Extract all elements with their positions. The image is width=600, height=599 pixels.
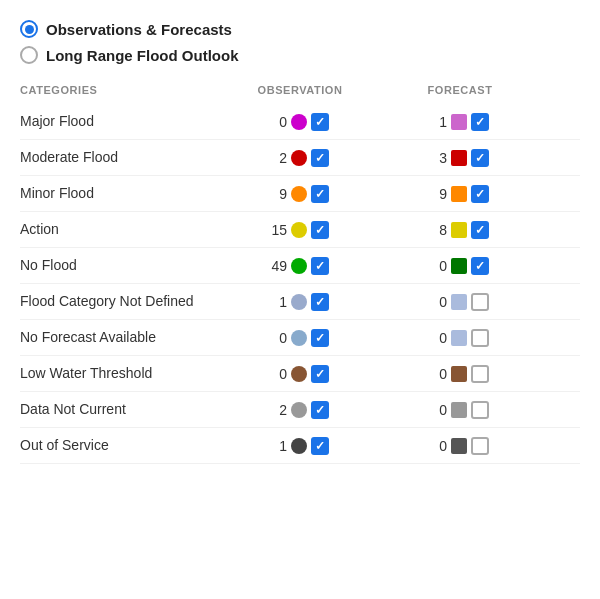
obs-color-indicator	[291, 186, 307, 202]
forecast-checkbox[interactable]	[471, 113, 489, 131]
forecast-checkbox[interactable]	[471, 365, 489, 383]
forecast-checkbox[interactable]	[471, 149, 489, 167]
obs-checkbox[interactable]	[311, 149, 329, 167]
obs-color-indicator	[291, 438, 307, 454]
radio-observations-indicator	[20, 20, 38, 38]
category-label: Out of Service	[20, 436, 220, 454]
forecast-cell: 0	[380, 329, 540, 347]
obs-cell: 1	[220, 437, 380, 455]
table-row: No Flood490	[20, 248, 580, 284]
table-row: Data Not Current20	[20, 392, 580, 428]
obs-cell: 15	[220, 221, 380, 239]
radio-group: Observations & Forecasts Long Range Floo…	[20, 20, 580, 64]
forecast-count: 0	[431, 258, 447, 274]
obs-count: 15	[271, 222, 287, 238]
table-header: CATEGORIES OBSERVATION FORECAST	[20, 80, 580, 100]
obs-color-indicator	[291, 114, 307, 130]
obs-cell: 0	[220, 113, 380, 131]
obs-count: 1	[271, 294, 287, 310]
forecast-color-indicator	[451, 294, 467, 310]
category-label: Major Flood	[20, 112, 220, 130]
table-row: Major Flood01	[20, 104, 580, 140]
obs-cell: 9	[220, 185, 380, 203]
obs-cell: 2	[220, 149, 380, 167]
forecast-count: 1	[431, 114, 447, 130]
forecast-cell: 0	[380, 401, 540, 419]
obs-count: 0	[271, 366, 287, 382]
table-row: Flood Category Not Defined10	[20, 284, 580, 320]
obs-cell: 1	[220, 293, 380, 311]
category-label: Action	[20, 220, 220, 238]
obs-count: 49	[271, 258, 287, 274]
radio-long-range-indicator	[20, 46, 38, 64]
radio-observations[interactable]: Observations & Forecasts	[20, 20, 580, 38]
obs-checkbox[interactable]	[311, 257, 329, 275]
radio-observations-label: Observations & Forecasts	[46, 21, 232, 38]
col-header-categories: CATEGORIES	[20, 84, 220, 96]
category-label: Minor Flood	[20, 184, 220, 202]
table-row: Moderate Flood23	[20, 140, 580, 176]
obs-checkbox[interactable]	[311, 293, 329, 311]
radio-long-range-label: Long Range Flood Outlook	[46, 47, 238, 64]
obs-color-indicator	[291, 150, 307, 166]
forecast-count: 0	[431, 366, 447, 382]
obs-checkbox[interactable]	[311, 401, 329, 419]
forecast-color-indicator	[451, 186, 467, 202]
obs-count: 2	[271, 402, 287, 418]
forecast-cell: 9	[380, 185, 540, 203]
obs-cell: 49	[220, 257, 380, 275]
obs-count: 0	[271, 330, 287, 346]
category-label: Moderate Flood	[20, 148, 220, 166]
table-row: Minor Flood99	[20, 176, 580, 212]
forecast-color-indicator	[451, 150, 467, 166]
forecast-checkbox[interactable]	[471, 221, 489, 239]
category-label: No Forecast Available	[20, 328, 220, 346]
obs-cell: 0	[220, 329, 380, 347]
category-label: Low Water Threshold	[20, 364, 220, 382]
category-label: Data Not Current	[20, 400, 220, 418]
forecast-count: 0	[431, 438, 447, 454]
obs-count: 9	[271, 186, 287, 202]
obs-checkbox[interactable]	[311, 329, 329, 347]
obs-checkbox[interactable]	[311, 221, 329, 239]
forecast-cell: 8	[380, 221, 540, 239]
forecast-checkbox[interactable]	[471, 293, 489, 311]
obs-color-indicator	[291, 258, 307, 274]
obs-color-indicator	[291, 366, 307, 382]
table-body: Major Flood01Moderate Flood23Minor Flood…	[20, 104, 580, 464]
forecast-cell: 0	[380, 365, 540, 383]
obs-count: 2	[271, 150, 287, 166]
forecast-color-indicator	[451, 114, 467, 130]
forecast-checkbox[interactable]	[471, 185, 489, 203]
obs-color-indicator	[291, 222, 307, 238]
table-row: Out of Service10	[20, 428, 580, 464]
obs-checkbox[interactable]	[311, 113, 329, 131]
forecast-cell: 1	[380, 113, 540, 131]
forecast-color-indicator	[451, 222, 467, 238]
forecast-checkbox[interactable]	[471, 257, 489, 275]
table-row: Action158	[20, 212, 580, 248]
obs-count: 1	[271, 438, 287, 454]
forecast-count: 9	[431, 186, 447, 202]
col-header-forecast: FORECAST	[380, 84, 540, 96]
forecast-count: 8	[431, 222, 447, 238]
forecast-checkbox[interactable]	[471, 437, 489, 455]
col-header-observation: OBSERVATION	[220, 84, 380, 96]
obs-checkbox[interactable]	[311, 185, 329, 203]
forecast-checkbox[interactable]	[471, 401, 489, 419]
forecast-color-indicator	[451, 366, 467, 382]
category-label: Flood Category Not Defined	[20, 292, 220, 310]
forecast-count: 3	[431, 150, 447, 166]
forecast-color-indicator	[451, 438, 467, 454]
forecast-count: 0	[431, 294, 447, 310]
forecast-cell: 0	[380, 293, 540, 311]
forecast-cell: 3	[380, 149, 540, 167]
forecast-count: 0	[431, 402, 447, 418]
radio-long-range[interactable]: Long Range Flood Outlook	[20, 46, 580, 64]
forecast-checkbox[interactable]	[471, 329, 489, 347]
obs-checkbox[interactable]	[311, 365, 329, 383]
obs-checkbox[interactable]	[311, 437, 329, 455]
forecast-count: 0	[431, 330, 447, 346]
forecast-color-indicator	[451, 402, 467, 418]
obs-color-indicator	[291, 402, 307, 418]
